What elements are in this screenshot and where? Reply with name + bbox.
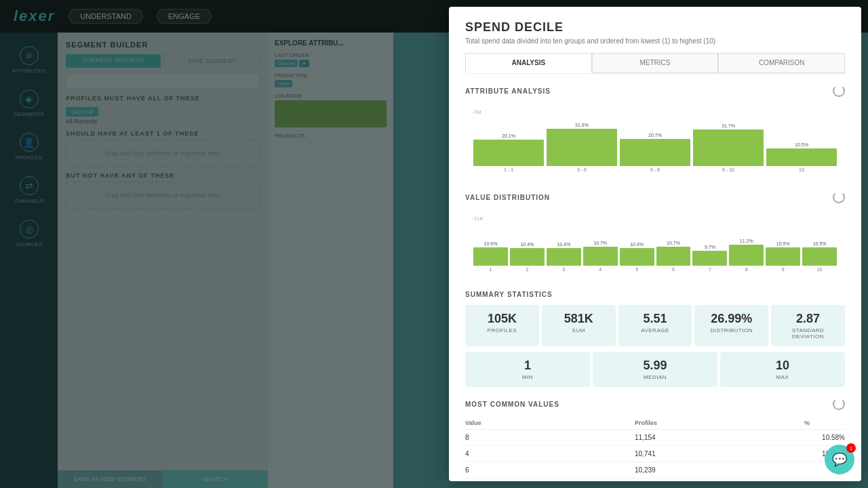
summary-statistics-label: SUMMARY STATISTICS bbox=[465, 291, 553, 298]
modal-panel: SPEND DECILE Total spend data divided in… bbox=[449, 7, 861, 481]
vd-bar-rect bbox=[656, 247, 691, 266]
stat-distribution-label: DISTRIBUTION bbox=[700, 327, 763, 333]
vd-bar-label-bottom: 9 bbox=[782, 267, 785, 272]
stat-sum-value: 581K bbox=[547, 312, 610, 326]
stat-median-label: MEDIAN bbox=[598, 374, 712, 380]
chat-badge: 1 bbox=[846, 443, 856, 453]
vd-bar-group: 10.4%3 bbox=[547, 242, 581, 272]
stats-grid-top: 105K PROFILES 581K SUM 5.51 AVERAGE 26.9… bbox=[465, 305, 845, 346]
attribute-analysis-section: ATTRIBUTE ANALYSIS bbox=[465, 85, 845, 97]
col-header-value: Value bbox=[465, 420, 635, 426]
attribute-analysis-label: ATTRIBUTE ANALYSIS bbox=[465, 87, 551, 95]
stat-median-value: 5.99 bbox=[598, 359, 712, 373]
stat-average-value: 5.51 bbox=[624, 312, 687, 326]
vd-bar-label-top: 9.7% bbox=[705, 245, 715, 249]
row-value: 4 bbox=[465, 450, 635, 458]
refresh-icon[interactable] bbox=[833, 85, 845, 97]
chat-bubble[interactable]: 💬 1 bbox=[825, 445, 854, 474]
vd-bar-label-top: 10.4% bbox=[520, 242, 534, 247]
bar-label-bottom: 3 - 6 bbox=[577, 167, 587, 172]
y-axis-label: ~7M bbox=[471, 109, 840, 115]
vd-bar-rect bbox=[802, 247, 837, 266]
vd-bar-rect bbox=[473, 247, 508, 266]
stat-min-value: 1 bbox=[471, 359, 585, 373]
bar-rect bbox=[693, 129, 764, 166]
vd-bar-group: 11.2%8 bbox=[729, 239, 764, 272]
bar-rect bbox=[547, 129, 617, 166]
stat-distribution-value: 26.99% bbox=[700, 312, 763, 326]
analysis-bar-group: 20.1%1 - 3 bbox=[473, 134, 544, 172]
stat-sum-label: SUM bbox=[547, 327, 610, 333]
vd-bar-label-top: 10.5% bbox=[813, 241, 827, 246]
stat-min: 1 MIN bbox=[465, 352, 590, 387]
analysis-bar-group: 31.7%8 - 10 bbox=[693, 123, 764, 172]
table-header: Value Profiles % bbox=[465, 417, 845, 430]
row-profiles: 10,239 bbox=[635, 466, 804, 474]
col-header-profiles: Profiles bbox=[635, 420, 804, 426]
modal-overlay: SPEND DECILE Total spend data divided in… bbox=[0, 0, 868, 488]
value-distribution-label: VALUE DISTRIBUTION bbox=[465, 194, 550, 201]
stat-min-label: MIN bbox=[471, 374, 585, 380]
bar-rect bbox=[620, 139, 690, 166]
vd-bar-label-bottom: 8 bbox=[745, 267, 748, 272]
modal-header: SPEND DECILE Total spend data divided in… bbox=[449, 7, 861, 53]
vd-bar-label-bottom: 10 bbox=[817, 267, 823, 272]
vd-bar-label-bottom: 6 bbox=[672, 267, 675, 272]
vd-bar-label-bottom: 2 bbox=[526, 267, 528, 272]
refresh-icon-vd[interactable] bbox=[833, 191, 845, 203]
stat-average-label: AVERAGE bbox=[624, 327, 687, 333]
vd-bar-label-top: 10.4% bbox=[557, 242, 570, 247]
stat-max-label: MAX bbox=[726, 374, 840, 380]
stat-std-dev-value: 2.87 bbox=[776, 312, 840, 326]
analysis-bar-group: 20.7%6 - 8 bbox=[620, 133, 690, 172]
vd-y-axis-label: ~11K bbox=[471, 216, 840, 222]
vd-bar-label-top: 10.4% bbox=[630, 242, 644, 247]
bar-label-top: 10.5% bbox=[795, 142, 808, 147]
table-row: 4 10,741 10.21% bbox=[465, 446, 845, 462]
stat-profiles: 105K PROFILES bbox=[465, 305, 539, 346]
vd-bar-group: 10.5%9 bbox=[766, 241, 800, 272]
modal-subtitle: Total spend data divided into ten groups… bbox=[465, 37, 845, 45]
vd-bar-rect bbox=[547, 248, 581, 266]
vd-bar-rect bbox=[729, 245, 764, 266]
tab-comparison[interactable]: COMPARISON bbox=[718, 53, 845, 73]
stat-distribution: 26.99% DISTRIBUTION bbox=[694, 305, 768, 346]
bar-label-bottom: 8 - 10 bbox=[722, 167, 734, 172]
analysis-bars: 20.1%1 - 331.6%3 - 620.7%6 - 831.7%8 - 1… bbox=[471, 118, 840, 172]
row-profiles: 11,154 bbox=[635, 434, 804, 441]
most-common-label: MOST COMMON VALUES bbox=[465, 401, 559, 408]
most-common-table: Value Profiles % 8 11,154 10.58% 4 10,74… bbox=[465, 417, 845, 479]
vd-bar-group: 10.5%10 bbox=[802, 241, 837, 272]
tab-metrics[interactable]: METRICS bbox=[592, 53, 719, 73]
bar-label-top: 20.7% bbox=[648, 133, 662, 138]
row-value: 8 bbox=[465, 434, 635, 441]
refresh-icon-mcv[interactable] bbox=[833, 398, 845, 410]
vd-bar-label-top: 10.6% bbox=[484, 241, 498, 246]
table-row: 6 10,239 ... bbox=[465, 462, 845, 479]
stat-max-value: 10 bbox=[726, 359, 840, 373]
stat-std-dev: 2.87 STANDARD DEVIATION bbox=[771, 305, 845, 346]
analysis-bar-group: 31.6%3 - 6 bbox=[547, 123, 617, 172]
value-distribution-chart: ~11K 10.6%110.4%210.4%310.7%410.4%510.7%… bbox=[465, 210, 845, 277]
vd-bars: 10.6%110.4%210.4%310.7%410.4%510.7%69.7%… bbox=[471, 224, 840, 272]
value-distribution-section: VALUE DISTRIBUTION bbox=[465, 191, 845, 203]
vd-bar-label-top: 11.2% bbox=[740, 239, 753, 243]
modal-body: ATTRIBUTE ANALYSIS ~7M 20.1%1 - 331.6%3 … bbox=[449, 74, 861, 481]
row-pct: 10.58% bbox=[804, 434, 845, 441]
stats-grid-bottom: 1 MIN 5.99 MEDIAN 10 MAX bbox=[465, 352, 845, 387]
vd-bar-label-top: 10.7% bbox=[593, 241, 607, 245]
vd-bar-label-bottom: 1 bbox=[490, 267, 492, 272]
tab-analysis[interactable]: ANALYSIS bbox=[465, 53, 592, 73]
bar-label-top: 31.6% bbox=[575, 123, 589, 127]
summary-statistics-section: SUMMARY STATISTICS bbox=[465, 291, 845, 298]
vd-bar-label-top: 10.5% bbox=[776, 241, 790, 246]
bar-label-bottom: 6 - 8 bbox=[650, 167, 660, 172]
stat-std-dev-label: STANDARD DEVIATION bbox=[776, 327, 840, 340]
bar-rect bbox=[473, 140, 544, 166]
vd-bar-label-bottom: 5 bbox=[635, 267, 638, 272]
vd-bar-rect bbox=[583, 247, 618, 266]
stat-max: 10 MAX bbox=[720, 352, 845, 387]
stat-median: 5.99 MEDIAN bbox=[593, 352, 717, 387]
vd-bar-group: 10.7%4 bbox=[583, 241, 618, 272]
stat-profiles-value: 105K bbox=[471, 312, 534, 326]
